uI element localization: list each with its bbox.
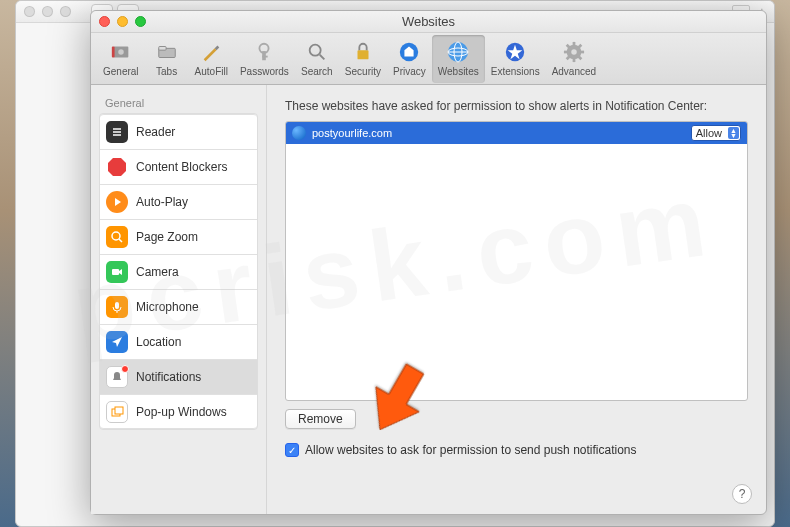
svg-point-18 [571, 49, 577, 55]
svg-line-24 [578, 57, 581, 60]
microphone-icon [106, 296, 128, 318]
svg-marker-31 [115, 198, 121, 206]
website-domain: postyourlife.com [312, 127, 392, 139]
window-title: Websites [91, 14, 766, 29]
svg-rect-10 [357, 50, 368, 59]
checkbox-label: Allow websites to ask for permission to … [305, 443, 637, 457]
security-icon [351, 40, 375, 64]
search-icon [305, 40, 329, 64]
svg-marker-35 [119, 269, 122, 275]
help-button[interactable]: ? [732, 484, 752, 504]
sidebar-item-label: Auto-Play [136, 195, 188, 209]
content-blockers-icon [106, 156, 128, 178]
svg-rect-34 [112, 269, 119, 275]
panel-description: These websites have asked for permission… [285, 99, 748, 113]
sidebar-item-label: Content Blockers [136, 160, 227, 174]
svg-line-9 [320, 55, 325, 60]
toolbar-extensions[interactable]: Extensions [485, 35, 546, 83]
minimize-button-inactive [42, 6, 53, 17]
zoom-button[interactable] [135, 16, 146, 27]
sidebar-group-label: General [99, 95, 258, 113]
svg-rect-7 [263, 56, 269, 58]
svg-rect-40 [115, 407, 123, 414]
sidebar: General Reader Content Blockers [91, 85, 267, 514]
svg-rect-36 [115, 302, 119, 309]
sidebar-item-label: Notifications [136, 370, 201, 384]
toolbar-tabs[interactable]: Tabs [145, 35, 189, 83]
main-panel: These websites have asked for permission… [267, 85, 766, 514]
svg-point-32 [112, 232, 120, 240]
notification-badge-icon [121, 365, 129, 373]
autofill-icon [199, 40, 223, 64]
preferences-titlebar: Websites [91, 11, 766, 33]
sidebar-item-label: Reader [136, 125, 175, 139]
sidebar-item-camera[interactable]: Camera [100, 254, 257, 289]
zoom-button-inactive [60, 6, 71, 17]
sidebar-item-page-zoom[interactable]: Page Zoom [100, 219, 257, 254]
minimize-button[interactable] [117, 16, 128, 27]
camera-icon [106, 261, 128, 283]
preferences-window: Websites General Tabs AutoFill Passwords [90, 10, 767, 515]
sidebar-item-microphone[interactable]: Microphone [100, 289, 257, 324]
sidebar-item-label: Pop-up Windows [136, 405, 227, 419]
sidebar-item-label: Camera [136, 265, 179, 279]
dropdown-stepper-icon: ▲▼ [728, 127, 739, 139]
svg-line-23 [567, 45, 570, 48]
toolbar-search[interactable]: Search [295, 35, 339, 83]
allow-ask-checkbox[interactable]: ✓ [285, 443, 299, 457]
tabs-icon [155, 40, 179, 64]
website-favicon-icon [292, 126, 306, 140]
svg-line-33 [119, 239, 122, 242]
close-button[interactable] [99, 16, 110, 27]
svg-point-8 [310, 45, 321, 56]
passwords-icon [252, 40, 276, 64]
close-button-inactive [24, 6, 35, 17]
popup-windows-icon [106, 401, 128, 423]
websites-icon [446, 40, 470, 64]
toolbar-security[interactable]: Security [339, 35, 387, 83]
location-icon [106, 331, 128, 353]
website-list[interactable]: postyourlife.com Allow ▲▼ [285, 121, 748, 401]
auto-play-icon [106, 191, 128, 213]
svg-marker-30 [108, 158, 126, 176]
sidebar-item-label: Microphone [136, 300, 199, 314]
svg-point-1 [118, 49, 124, 55]
outer-traffic-lights [24, 6, 71, 17]
sidebar-item-content-blockers[interactable]: Content Blockers [100, 149, 257, 184]
extensions-icon [503, 40, 527, 64]
advanced-icon [562, 40, 586, 64]
permission-select[interactable]: Allow ▲▼ [691, 125, 741, 141]
sidebar-item-label: Page Zoom [136, 230, 198, 244]
sidebar-item-location[interactable]: Location [100, 324, 257, 359]
preferences-toolbar: General Tabs AutoFill Passwords Search [91, 33, 766, 85]
svg-rect-2 [112, 47, 115, 58]
sidebar-item-reader[interactable]: Reader [100, 114, 257, 149]
sidebar-item-popup-windows[interactable]: Pop-up Windows [100, 394, 257, 429]
toolbar-autofill[interactable]: AutoFill [189, 35, 234, 83]
website-row[interactable]: postyourlife.com Allow ▲▼ [286, 122, 747, 144]
toolbar-general[interactable]: General [97, 35, 145, 83]
sidebar-item-auto-play[interactable]: Auto-Play [100, 184, 257, 219]
permission-value: Allow [696, 127, 722, 139]
svg-rect-4 [158, 47, 165, 51]
svg-rect-6 [263, 51, 267, 60]
svg-marker-38 [112, 337, 122, 347]
svg-line-25 [567, 57, 570, 60]
remove-button[interactable]: Remove [285, 409, 356, 429]
svg-line-26 [578, 45, 581, 48]
toolbar-websites[interactable]: Websites [432, 35, 485, 83]
sidebar-item-label: Location [136, 335, 181, 349]
privacy-icon [397, 40, 421, 64]
sidebar-item-notifications[interactable]: Notifications [100, 359, 257, 394]
page-zoom-icon [106, 226, 128, 248]
toolbar-privacy[interactable]: Privacy [387, 35, 432, 83]
toolbar-advanced[interactable]: Advanced [546, 35, 602, 83]
toolbar-passwords[interactable]: Passwords [234, 35, 295, 83]
reader-icon [106, 121, 128, 143]
general-icon [109, 40, 133, 64]
